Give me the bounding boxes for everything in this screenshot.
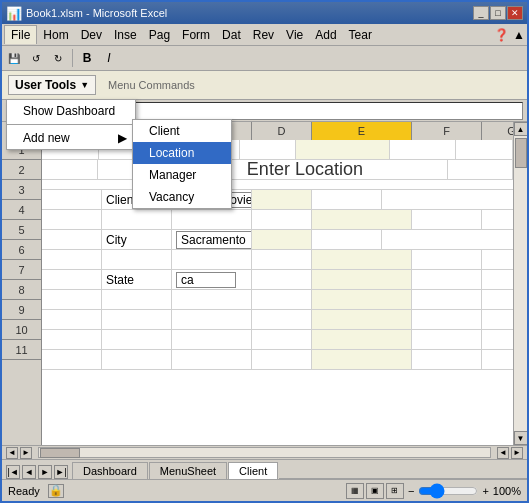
col-header-e[interactable]: E — [312, 122, 412, 140]
tab-nav-prev[interactable]: ◄ — [22, 465, 36, 479]
formula-input[interactable] — [78, 102, 523, 120]
redo-toolbar-btn[interactable]: ↻ — [48, 48, 68, 68]
client-submenu-item[interactable]: Client — [133, 120, 231, 142]
row-header-3[interactable]: 3 — [2, 180, 41, 200]
cell-f6[interactable] — [412, 250, 482, 270]
row-header-2[interactable]: 2 — [2, 160, 41, 180]
developer-menu[interactable]: Dev — [75, 26, 108, 44]
insert-menu[interactable]: Inse — [108, 26, 143, 44]
home-menu[interactable]: Hom — [37, 26, 74, 44]
cell-e3[interactable] — [252, 190, 312, 210]
row-header-4[interactable]: 4 — [2, 200, 41, 220]
view-menu[interactable]: Vie — [280, 26, 309, 44]
col-header-f[interactable]: F — [412, 122, 482, 140]
show-dashboard-item[interactable]: Show Dashboard — [7, 100, 135, 122]
cell-f5[interactable] — [312, 230, 382, 250]
sheet-tab-menusheet[interactable]: MenuSheet — [149, 462, 227, 479]
sheet-tab-dashboard[interactable]: Dashboard — [72, 462, 148, 479]
cell-b6[interactable] — [102, 250, 172, 270]
cell-e4[interactable] — [312, 210, 412, 230]
bold-btn[interactable]: B — [77, 48, 97, 68]
cell-c6[interactable] — [172, 250, 252, 270]
cell-a6[interactable] — [42, 250, 102, 270]
h-scroll-thumb[interactable] — [40, 448, 80, 458]
cell-a4[interactable] — [42, 210, 102, 230]
zoom-minus-icon[interactable]: − — [408, 485, 414, 497]
cell-e1[interactable] — [296, 140, 390, 160]
scroll-thumb[interactable] — [515, 138, 527, 168]
minimize-ribbon-icon[interactable]: ▲ — [513, 28, 525, 42]
page-break-view-btn[interactable]: ⊞ — [386, 483, 404, 499]
state-input[interactable] — [176, 272, 236, 288]
cell-b4[interactable] — [102, 210, 172, 230]
formulas-menu[interactable]: Form — [176, 26, 216, 44]
maximize-button[interactable]: □ — [490, 6, 506, 20]
col-header-g[interactable]: G — [482, 122, 513, 140]
review-menu[interactable]: Rev — [247, 26, 280, 44]
city-select[interactable]: Sacramento Los Angeles San Francisco — [176, 231, 252, 249]
zoom-plus-icon[interactable]: + — [482, 485, 488, 497]
cell-f3[interactable] — [312, 190, 382, 210]
cell-c4[interactable] — [172, 210, 252, 230]
cell-e6[interactable] — [312, 250, 412, 270]
scroll-down-button[interactable]: ▼ — [514, 431, 528, 445]
row-header-10[interactable]: 10 — [2, 320, 41, 340]
add-menu[interactable]: Add — [309, 26, 342, 44]
help-icon[interactable]: ❓ — [494, 28, 509, 42]
h-scroll-btn-left[interactable]: ◄ — [497, 447, 509, 459]
save-toolbar-btn[interactable]: 💾 — [4, 48, 24, 68]
cell-d4[interactable] — [252, 210, 312, 230]
cell-e5[interactable] — [252, 230, 312, 250]
user-tools-button[interactable]: User Tools ▼ — [8, 75, 96, 95]
data-menu[interactable]: Dat — [216, 26, 247, 44]
manager-submenu-item[interactable]: Manager — [133, 164, 231, 186]
cell-a3[interactable] — [42, 190, 102, 210]
row-header-8[interactable]: 8 — [2, 280, 41, 300]
file-menu[interactable]: File — [4, 25, 37, 44]
cell-a7[interactable] — [42, 270, 102, 290]
cell-a2[interactable] — [42, 160, 98, 180]
minimize-button[interactable]: _ — [473, 6, 489, 20]
row-header-7[interactable]: 7 — [2, 260, 41, 280]
cell-f1[interactable] — [390, 140, 456, 160]
cell-f4[interactable] — [412, 210, 482, 230]
row-header-9[interactable]: 9 — [2, 300, 41, 320]
close-button[interactable]: ✕ — [507, 6, 523, 20]
row-header-5[interactable]: 5 — [2, 220, 41, 240]
cell-c7[interactable] — [172, 270, 252, 290]
col-header-d[interactable]: D — [252, 122, 312, 140]
cell-f7[interactable] — [412, 270, 482, 290]
zoom-level[interactable]: 100% — [493, 485, 521, 497]
scroll-right-button[interactable]: ► — [20, 447, 32, 459]
row-header-11[interactable]: 11 — [2, 340, 41, 360]
scroll-up-button[interactable]: ▲ — [514, 122, 528, 136]
row-header-6[interactable]: 6 — [2, 240, 41, 260]
h-scroll-btn-right[interactable]: ► — [511, 447, 523, 459]
macro-security-icon[interactable]: 🔒 — [48, 484, 64, 498]
cell-d6[interactable] — [252, 250, 312, 270]
cell-c5[interactable]: Sacramento Los Angeles San Francisco — [172, 230, 252, 250]
cell-g1[interactable] — [456, 140, 513, 160]
tab-nav-last[interactable]: ►| — [54, 465, 68, 479]
cell-a5[interactable] — [42, 230, 102, 250]
italic-btn[interactable]: I — [99, 48, 119, 68]
location-submenu-item[interactable]: Location — [133, 142, 231, 164]
zoom-slider[interactable] — [418, 483, 478, 499]
tab-nav-first[interactable]: |◄ — [6, 465, 20, 479]
scroll-left-button[interactable]: ◄ — [6, 447, 18, 459]
undo-toolbar-btn[interactable]: ↺ — [26, 48, 46, 68]
vacancy-submenu-item[interactable]: Vacancy — [133, 186, 231, 208]
cell-e7[interactable] — [312, 270, 412, 290]
cell-d7[interactable] — [252, 270, 312, 290]
tab-nav-next[interactable]: ► — [38, 465, 52, 479]
vertical-scrollbar[interactable]: ▲ ▼ — [513, 122, 527, 445]
cell-f2[interactable] — [448, 160, 513, 180]
cell-d1[interactable] — [240, 140, 297, 160]
sheet-tab-client[interactable]: Client — [228, 462, 278, 479]
page-layout-view-btn[interactable]: ▣ — [366, 483, 384, 499]
scroll-track[interactable] — [514, 136, 527, 431]
tear-menu[interactable]: Tear — [343, 26, 378, 44]
page-menu[interactable]: Pag — [143, 26, 176, 44]
normal-view-btn[interactable]: ▦ — [346, 483, 364, 499]
add-new-item[interactable]: Add new ▶ — [7, 127, 135, 149]
